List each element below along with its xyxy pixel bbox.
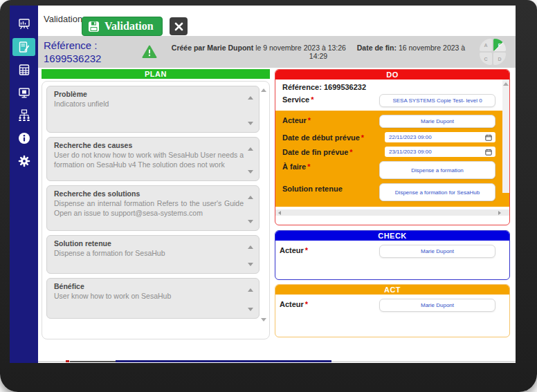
reference-block: Référence : 1699536232 bbox=[44, 39, 134, 66]
scroll-up-icon[interactable] bbox=[248, 96, 253, 100]
plan-field-value: Dispense a formation for SesaHub bbox=[54, 248, 244, 258]
plan-field-label: Recherche des causes bbox=[54, 141, 244, 149]
creation-info: Créée par Marie Dupont le 9 novembre 202… bbox=[157, 44, 480, 60]
plan-field-value: User know how to work on SesaHub bbox=[54, 291, 244, 301]
scroll-down-icon[interactable] bbox=[248, 170, 253, 174]
date-fin-value: 23/11/2023 09:00 bbox=[389, 149, 432, 155]
validate-button[interactable]: Validation bbox=[82, 17, 163, 36]
check-acteur-label: Acteur* bbox=[280, 245, 308, 254]
required-marker: * bbox=[307, 162, 310, 171]
plan-card: Problème Indicators unfield Recherche de… bbox=[42, 81, 270, 339]
pdca-wheel-icon: A P C D bbox=[480, 39, 506, 65]
a-faire-input[interactable]: Dispense a formation bbox=[379, 161, 495, 179]
report-grid-icon bbox=[17, 63, 31, 77]
solution-retenue-input[interactable]: Dispense a formation for SesaHub bbox=[379, 183, 495, 201]
check-section: CHECK Acteur* Marie Dupont bbox=[275, 230, 510, 280]
calendar-icon bbox=[485, 149, 492, 156]
date-debut-input[interactable]: 22/11/2023 09:00 bbox=[385, 132, 495, 142]
plan-field-value: Indicators unfield bbox=[54, 99, 244, 109]
bottom-scroll-thumb[interactable] bbox=[116, 360, 331, 362]
do-reference: Référence: 1699536232 bbox=[282, 83, 495, 91]
scroll-up-icon[interactable] bbox=[248, 147, 253, 151]
scroll-left-icon[interactable] bbox=[278, 211, 281, 215]
presentation-board-icon bbox=[17, 17, 31, 31]
sidebar-item-info[interactable] bbox=[12, 129, 35, 147]
scroll-down-icon[interactable] bbox=[248, 263, 253, 266]
info-icon bbox=[17, 131, 31, 145]
pdca-columns: PLAN Problème Indicators unfield Recherc… bbox=[38, 68, 516, 360]
plan-scroll-down-icon[interactable] bbox=[261, 318, 266, 321]
warning-triangle-icon bbox=[142, 45, 157, 59]
sidebar-item-org-chart[interactable] bbox=[12, 106, 35, 124]
do-check-act-column: DO Référence: 1699536232 Service* SESA S… bbox=[275, 69, 510, 360]
check-acteur-select-button[interactable]: Marie Dupont bbox=[379, 245, 495, 258]
plan-field-label: Problème bbox=[54, 90, 244, 98]
date-fin-label: Date de fin: bbox=[357, 44, 397, 52]
date-fin-input[interactable]: 23/11/2023 09:00 bbox=[385, 147, 495, 157]
required-marker: * bbox=[349, 148, 352, 156]
sidebar-item-settings[interactable] bbox=[12, 152, 35, 170]
do-section: DO Référence: 1699536232 Service* SESA S… bbox=[275, 69, 510, 225]
check-body: Acteur* Marie Dupont bbox=[275, 241, 509, 279]
date-fin-label: Date de fin prévue* bbox=[282, 147, 353, 156]
do-horizontal-scrollbar[interactable] bbox=[275, 209, 509, 216]
do-vertical-scrollbar[interactable] bbox=[502, 80, 509, 193]
service-row: Service* SESA SYSTEMS Copie Test- level … bbox=[282, 92, 495, 109]
plan-field-solutions[interactable]: Recherche des solutions Dispense an inte… bbox=[46, 185, 260, 231]
acteur-label: Acteur* bbox=[282, 115, 311, 124]
scroll-up-icon[interactable] bbox=[248, 288, 253, 292]
edit-document-icon bbox=[17, 40, 31, 54]
calendar-icon bbox=[485, 134, 492, 141]
solution-retenue-label: Solution retenue bbox=[282, 183, 343, 193]
required-marker: * bbox=[311, 95, 313, 104]
do-body: Référence: 1699536232 Service* SESA SYST… bbox=[275, 80, 509, 225]
bottom-strip-dark-mark bbox=[70, 361, 116, 362]
date-fin-row: Date de fin prévue* 23/11/2023 09:00 bbox=[282, 144, 495, 159]
required-marker: * bbox=[361, 133, 364, 142]
record-header: Référence : 1699536232 Créée par Marie D… bbox=[38, 36, 516, 68]
validate-button-label: Validation bbox=[104, 20, 154, 32]
pdca-quadrant-a: A bbox=[480, 39, 492, 51]
acteur-row: Acteur* Marie Dupont bbox=[282, 113, 495, 130]
solution-retenue-row: Solution retenue Dispense a formation fo… bbox=[282, 181, 495, 203]
app-window: Validation Validation bbox=[10, 6, 516, 363]
main-panel: Validation Validation bbox=[38, 6, 516, 363]
a-faire-row: À faire* Dispense a formation bbox=[282, 159, 495, 181]
close-button[interactable] bbox=[170, 17, 188, 35]
plan-field-label: Recherche des solutions bbox=[54, 189, 244, 198]
plan-field-benefice[interactable]: Bénéfice User know how to work on SesaHu… bbox=[46, 278, 260, 319]
service-label: Service* bbox=[282, 94, 313, 104]
do-header: DO bbox=[275, 70, 509, 80]
plan-scroll-up-icon[interactable] bbox=[261, 88, 266, 92]
required-marker: * bbox=[308, 116, 311, 124]
scroll-down-icon[interactable] bbox=[248, 122, 253, 125]
required-marker: * bbox=[305, 300, 308, 308]
scroll-down-icon[interactable] bbox=[248, 220, 253, 223]
sidebar-item-edit-document[interactable] bbox=[12, 38, 35, 56]
sidebar-item-presentation-board-icon[interactable] bbox=[12, 15, 35, 33]
scroll-up-icon[interactable] bbox=[248, 245, 253, 249]
sidebar-item-monitor[interactable] bbox=[12, 84, 35, 102]
scroll-up-icon[interactable] bbox=[503, 82, 509, 86]
scroll-right-icon[interactable] bbox=[498, 211, 501, 215]
device-frame: Validation Validation bbox=[0, 0, 537, 392]
pdca-quadrant-p: P bbox=[493, 39, 506, 51]
acteur-select-button[interactable]: Marie Dupont bbox=[379, 115, 495, 128]
date-debut-row: Date de début prévue* 22/11/2023 09:00 bbox=[282, 130, 495, 144]
act-acteur-select-button[interactable]: Marie Dupont bbox=[379, 299, 495, 312]
plan-field-label: Bénéfice bbox=[54, 282, 244, 290]
sidebar bbox=[10, 6, 38, 363]
close-icon bbox=[174, 22, 183, 31]
act-section: ACT Acteur* Marie Dupont bbox=[275, 284, 510, 337]
service-select-button[interactable]: SESA SYSTEMS Copie Test- level 0 bbox=[379, 94, 495, 107]
plan-field-causes[interactable]: Recherche des causes User do not know ho… bbox=[46, 137, 260, 181]
tab-validation[interactable]: Validation bbox=[44, 14, 82, 24]
plan-field-probleme[interactable]: Problème Indicators unfield bbox=[46, 86, 260, 133]
reference-label: Référence : bbox=[44, 39, 134, 53]
check-header: CHECK bbox=[275, 231, 509, 241]
scroll-down-icon[interactable] bbox=[248, 308, 253, 311]
date-debut-label: Date de début prévue* bbox=[282, 132, 364, 142]
sidebar-item-report-grid[interactable] bbox=[12, 61, 35, 79]
plan-field-solution-retenue[interactable]: Solution retenue Dispense a formation fo… bbox=[46, 235, 260, 274]
scroll-up-icon[interactable] bbox=[248, 196, 253, 199]
